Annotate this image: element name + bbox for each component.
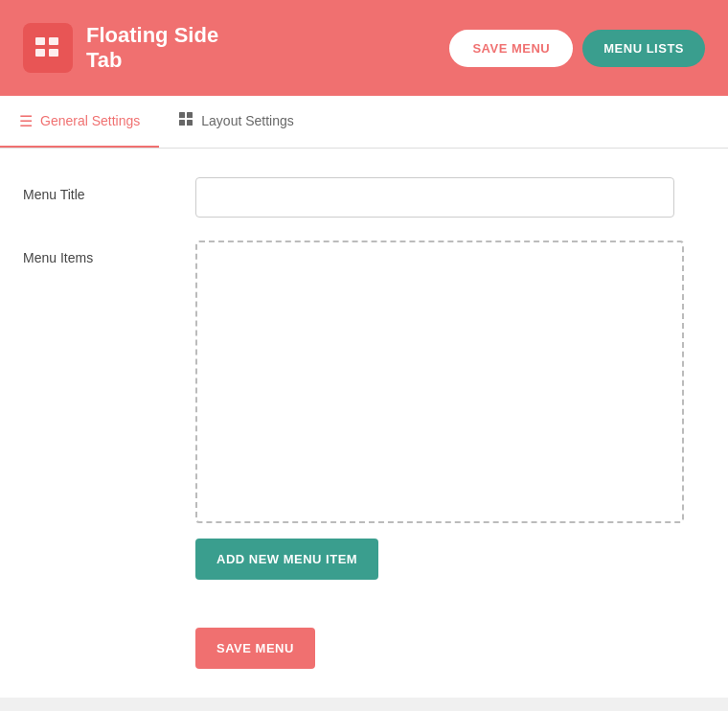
svg-rect-2 [35,49,45,57]
menu-items-label: Menu Items [23,241,195,265]
add-new-menu-item-button[interactable]: ADD NEW MENU ITEM [195,539,378,580]
app-logo [23,23,73,73]
menu-icon: ☰ [19,112,33,130]
layout-icon [178,111,193,130]
menu-items-input-area: ADD NEW MENU ITEM [195,241,705,580]
app-header: Floating Side Tab SAVE MENU MENU LISTS [0,0,728,96]
svg-rect-6 [179,120,185,126]
header-brand: Floating Side Tab [23,23,218,74]
menu-items-row: Menu Items ADD NEW MENU ITEM [23,241,705,580]
svg-rect-0 [35,37,45,45]
tab-layout-settings-label: Layout Settings [201,113,294,128]
logo-icon [34,34,62,62]
tab-general-settings-label: General Settings [40,113,140,128]
save-menu-row: SAVE MENU [23,628,705,669]
header-save-menu-button[interactable]: SAVE MENU [449,30,573,67]
save-menu-button[interactable]: SAVE MENU [195,628,315,669]
svg-rect-3 [49,49,58,57]
menu-title-input-area [195,177,705,218]
menu-title-input[interactable] [195,177,674,218]
svg-rect-5 [187,112,193,118]
menu-title-row: Menu Title [23,177,705,218]
tab-layout-settings[interactable]: Layout Settings [159,96,313,148]
menu-items-box [195,241,684,523]
svg-rect-7 [187,120,193,126]
main-content: Menu Title Menu Items ADD NEW MENU ITEM … [0,149,728,698]
menu-title-label: Menu Title [23,177,195,202]
tab-general-settings[interactable]: ☰ General Settings [0,96,159,148]
svg-rect-1 [49,37,58,45]
header-actions: SAVE MENU MENU LISTS [449,30,705,67]
header-menu-lists-button[interactable]: MENU LISTS [582,30,705,67]
svg-rect-4 [179,112,185,118]
app-title: Floating Side Tab [86,23,218,74]
tabs-nav: ☰ General Settings Layout Settings [0,96,728,149]
